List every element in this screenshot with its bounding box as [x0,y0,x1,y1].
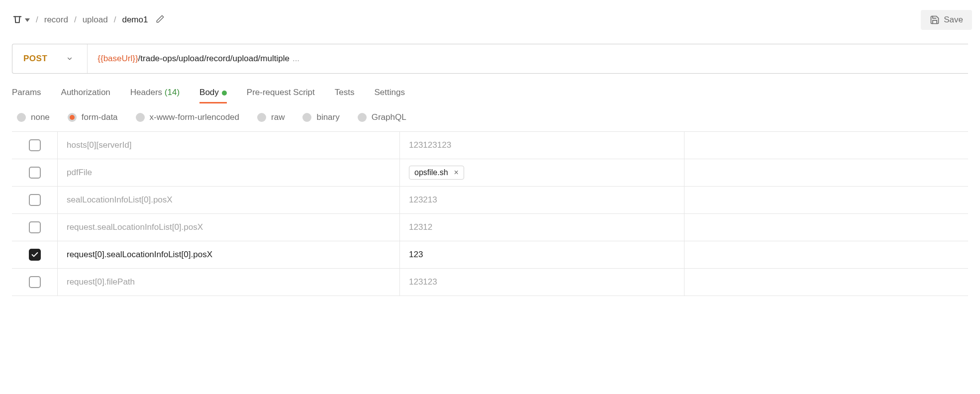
radio-icon [136,113,145,122]
key-cell[interactable]: request.sealLocationInfoList[0].posX [58,214,400,241]
description-cell[interactable] [685,214,969,241]
tab-label: Settings [374,88,404,97]
remove-file-icon[interactable]: × [454,168,459,177]
row-checkbox[interactable] [29,276,41,288]
key-text: hosts[0][serverId] [67,140,131,150]
description-cell[interactable] [685,241,969,268]
value-cell[interactable]: 123123 [400,269,685,296]
key-text: request[0].filePath [67,277,135,287]
breadcrumb-item[interactable]: upload [83,15,108,25]
row-checkbox[interactable] [29,139,41,151]
key-cell[interactable]: hosts[0][serverId] [58,132,400,159]
url-input[interactable]: {{baseUrl}}/trade-ops/upload/record/uplo… [88,54,968,64]
method-label: POST [23,54,47,64]
tab-tests[interactable]: Tests [335,88,355,103]
key-cell[interactable]: sealLocationInfoList[0].posX [58,187,400,213]
value-text: 12312 [409,222,432,232]
request-tabs: Params Authorization Headers (14) Body P… [0,74,980,103]
value-cell[interactable]: 123123123 [400,132,685,159]
value-cell[interactable]: 123 [400,241,685,268]
modified-dot-icon [222,91,227,96]
table-row: request[0].sealLocationInfoList[0].posX1… [12,241,968,269]
tab-prerequest[interactable]: Pre-request Script [247,88,315,103]
breadcrumb-separator: / [72,15,79,25]
description-cell[interactable] [685,159,969,186]
radio-binary[interactable]: binary [302,112,339,122]
key-cell[interactable]: pdfFile [58,159,400,186]
value-cell[interactable]: 12312 [400,214,685,241]
checkbox-cell [12,269,58,296]
tab-headers[interactable]: Headers (14) [130,88,180,103]
breadcrumb-separator: / [34,15,40,25]
radio-graphql[interactable]: GraphQL [358,112,406,122]
request-bar: POST {{baseUrl}}/trade-ops/upload/record… [12,44,968,74]
radio-form-data[interactable]: form-data [68,112,118,122]
description-cell[interactable] [685,187,969,213]
radio-label: raw [271,112,285,122]
value-cell[interactable]: opsfile.sh× [400,159,685,186]
value-text: 123213 [409,195,437,205]
description-cell[interactable] [685,132,969,159]
radio-icon [257,113,266,122]
tab-label: Headers [130,88,162,97]
key-text: sealLocationInfoList[0].posX [67,195,173,205]
tab-settings[interactable]: Settings [374,88,404,103]
tab-label: Tests [335,88,355,97]
radio-icon [358,113,367,122]
breadcrumb-separator: / [112,15,118,25]
checkbox-cell [12,214,58,241]
row-checkbox[interactable] [29,194,41,206]
checkbox-cell [12,132,58,159]
table-row: request[0].filePath123123 [12,269,968,296]
edit-name-icon[interactable] [152,14,165,26]
radio-none[interactable]: none [17,112,50,122]
context-collection-icon[interactable] [12,13,23,27]
key-text: request.sealLocationInfoList[0].posX [67,222,203,232]
context-dropdown-caret-icon[interactable] [25,15,30,25]
tab-authorization[interactable]: Authorization [61,88,110,103]
tab-label: Body [199,88,219,97]
url-path: /trade-ops/upload/record/upload/multiple [138,54,290,64]
table-row: sealLocationInfoList[0].posX123213 [12,187,968,214]
row-checkbox[interactable] [29,221,41,233]
table-row: request.sealLocationInfoList[0].posX1231… [12,214,968,241]
key-text: request[0].sealLocationInfoList[0].posX [67,250,212,260]
save-icon [930,15,940,25]
key-cell[interactable]: request[0].filePath [58,269,400,296]
table-row: hosts[0][serverId]123123123 [12,132,968,159]
description-cell[interactable] [685,269,969,296]
save-button[interactable]: Save [921,10,972,30]
table-row: pdfFileopsfile.sh× [12,159,968,187]
checkbox-cell [12,159,58,186]
tab-body[interactable]: Body [199,88,227,103]
radio-label: x-www-form-urlencoded [150,112,239,122]
radio-label: binary [316,112,339,122]
radio-urlencoded[interactable]: x-www-form-urlencoded [136,112,239,122]
tab-params[interactable]: Params [12,88,41,103]
checkbox-cell [12,241,58,268]
url-variable: {{baseUrl}} [98,54,138,64]
breadcrumb: / record / upload / demo1 [12,13,165,27]
body-type-selector: none form-data x-www-form-urlencoded raw… [0,103,980,131]
file-name: opsfile.sh [414,168,448,177]
row-checkbox[interactable] [29,249,41,261]
value-text: 123123 [409,277,437,287]
tab-label: Authorization [61,88,110,97]
checkbox-cell [12,187,58,213]
radio-icon [302,113,311,122]
value-text: 123 [409,250,423,260]
breadcrumb-item[interactable]: record [44,15,68,25]
row-checkbox[interactable] [29,167,41,179]
key-cell[interactable]: request[0].sealLocationInfoList[0].posX [58,241,400,268]
breadcrumb-item-active[interactable]: demo1 [122,15,148,25]
tab-label: Pre-request Script [247,88,315,97]
chevron-down-icon [66,55,73,62]
radio-raw[interactable]: raw [257,112,285,122]
method-select[interactable]: POST [12,44,88,73]
value-text: 123123123 [409,140,451,150]
value-cell[interactable]: 123213 [400,187,685,213]
tab-count: (14) [165,88,180,97]
url-ellipsis: ... [293,54,299,64]
key-text: pdfFile [67,168,92,178]
file-chip[interactable]: opsfile.sh× [409,166,464,180]
